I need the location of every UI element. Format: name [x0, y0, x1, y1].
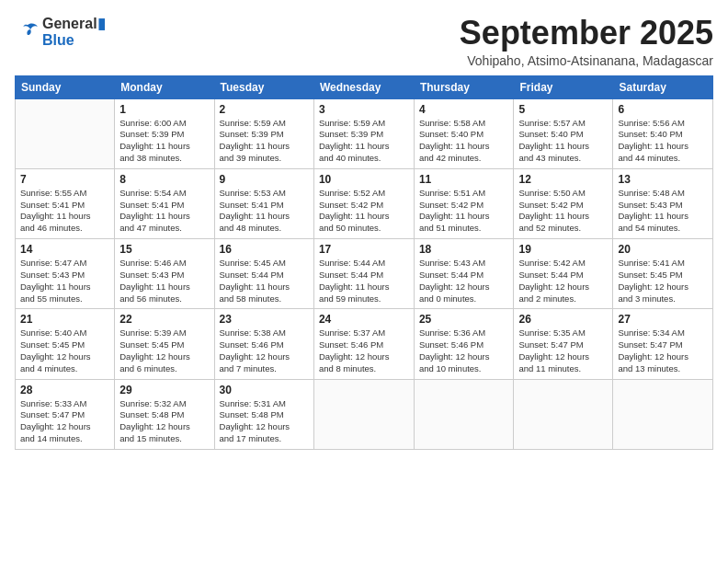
day-number: 29 — [119, 384, 209, 396]
day-info: Sunrise: 5:45 AM Sunset: 5:44 PM Dayligh… — [220, 258, 309, 304]
day-number: 10 — [319, 173, 409, 186]
calendar-header-thursday: Thursday — [414, 75, 514, 98]
day-number: 27 — [618, 313, 708, 326]
day-info: Sunrise: 5:56 AM Sunset: 5:40 PM Dayligh… — [618, 118, 708, 165]
calendar-cell: 17Sunrise: 5:44 AM Sunset: 5:44 PM Dayli… — [313, 239, 414, 309]
calendar-cell: 9Sunrise: 5:53 AM Sunset: 5:41 PM Daylig… — [214, 168, 313, 238]
calendar-header-friday: Friday — [514, 75, 613, 98]
calendar-header-monday: Monday — [115, 75, 214, 98]
day-number: 14 — [20, 243, 109, 256]
day-number: 30 — [220, 384, 309, 396]
day-info: Sunrise: 5:52 AM Sunset: 5:42 PM Dayligh… — [319, 188, 409, 235]
day-number: 1 — [119, 103, 209, 116]
day-number: 13 — [618, 173, 708, 186]
calendar-header-saturday: Saturday — [613, 75, 713, 98]
calendar-cell: 26Sunrise: 5:35 AM Sunset: 5:47 PM Dayli… — [514, 309, 613, 379]
day-info: Sunrise: 5:54 AM Sunset: 5:41 PM Dayligh… — [119, 188, 209, 235]
calendar-cell — [414, 379, 514, 449]
day-info: Sunrise: 5:51 AM Sunset: 5:42 PM Dayligh… — [419, 188, 509, 235]
day-number: 6 — [618, 103, 708, 116]
day-number: 7 — [20, 173, 109, 186]
calendar-week-row: 21Sunrise: 5:40 AM Sunset: 5:45 PM Dayli… — [16, 309, 713, 379]
calendar-cell: 25Sunrise: 5:36 AM Sunset: 5:46 PM Dayli… — [414, 309, 514, 379]
calendar-cell: 10Sunrise: 5:52 AM Sunset: 5:42 PM Dayli… — [313, 168, 414, 238]
day-info: Sunrise: 5:58 AM Sunset: 5:40 PM Dayligh… — [419, 118, 509, 165]
day-number: 19 — [518, 243, 608, 256]
calendar-cell: 4Sunrise: 5:58 AM Sunset: 5:40 PM Daylig… — [414, 98, 514, 168]
day-info: Sunrise: 5:34 AM Sunset: 5:47 PM Dayligh… — [618, 327, 708, 374]
calendar-cell: 8Sunrise: 5:54 AM Sunset: 5:41 PM Daylig… — [115, 168, 214, 238]
day-info: Sunrise: 5:43 AM Sunset: 5:44 PM Dayligh… — [419, 258, 509, 304]
day-number: 8 — [119, 173, 209, 186]
day-info: Sunrise: 5:44 AM Sunset: 5:44 PM Dayligh… — [319, 258, 409, 304]
calendar-cell: 11Sunrise: 5:51 AM Sunset: 5:42 PM Dayli… — [414, 168, 514, 238]
calendar-cell: 14Sunrise: 5:47 AM Sunset: 5:43 PM Dayli… — [16, 239, 115, 309]
day-info: Sunrise: 5:59 AM Sunset: 5:39 PM Dayligh… — [319, 118, 409, 165]
day-info: Sunrise: 5:46 AM Sunset: 5:43 PM Dayligh… — [119, 258, 209, 304]
day-info: Sunrise: 5:53 AM Sunset: 5:41 PM Dayligh… — [220, 188, 309, 235]
day-info: Sunrise: 5:57 AM Sunset: 5:40 PM Dayligh… — [518, 118, 608, 165]
day-number: 25 — [419, 313, 509, 326]
page-header: General▮ Blue September 2025 Vohipaho, A… — [15, 15, 713, 68]
subtitle: Vohipaho, Atsimo-Atsinanana, Madagascar — [460, 53, 713, 68]
day-number: 23 — [220, 313, 309, 326]
calendar-cell: 3Sunrise: 5:59 AM Sunset: 5:39 PM Daylig… — [313, 98, 414, 168]
calendar-cell: 12Sunrise: 5:50 AM Sunset: 5:42 PM Dayli… — [514, 168, 613, 238]
day-info: Sunrise: 5:36 AM Sunset: 5:46 PM Dayligh… — [419, 327, 509, 374]
calendar-cell — [313, 379, 414, 449]
day-number: 15 — [119, 243, 209, 256]
day-info: Sunrise: 5:50 AM Sunset: 5:42 PM Dayligh… — [518, 188, 608, 235]
calendar-cell: 27Sunrise: 5:34 AM Sunset: 5:47 PM Dayli… — [613, 309, 713, 379]
calendar-cell: 21Sunrise: 5:40 AM Sunset: 5:45 PM Dayli… — [16, 309, 115, 379]
logo: General▮ Blue — [15, 15, 106, 49]
day-number: 26 — [518, 313, 608, 326]
day-number: 20 — [618, 243, 708, 256]
calendar-cell — [613, 379, 713, 449]
day-info: Sunrise: 5:33 AM Sunset: 5:47 PM Dayligh… — [20, 398, 109, 445]
day-number: 3 — [319, 103, 409, 116]
day-info: Sunrise: 5:35 AM Sunset: 5:47 PM Dayligh… — [518, 327, 608, 374]
calendar-cell: 30Sunrise: 5:31 AM Sunset: 5:48 PM Dayli… — [214, 379, 313, 449]
day-info: Sunrise: 5:59 AM Sunset: 5:39 PM Dayligh… — [220, 118, 309, 165]
day-info: Sunrise: 5:31 AM Sunset: 5:48 PM Dayligh… — [220, 398, 309, 445]
day-number: 21 — [20, 313, 109, 326]
day-number: 4 — [419, 103, 509, 116]
calendar-cell: 7Sunrise: 5:55 AM Sunset: 5:41 PM Daylig… — [16, 168, 115, 238]
day-number: 5 — [518, 103, 608, 116]
calendar-cell: 18Sunrise: 5:43 AM Sunset: 5:44 PM Dayli… — [414, 239, 514, 309]
calendar-cell: 24Sunrise: 5:37 AM Sunset: 5:46 PM Dayli… — [313, 309, 414, 379]
calendar-week-row: 1Sunrise: 6:00 AM Sunset: 5:39 PM Daylig… — [16, 98, 713, 168]
logo-icon — [15, 19, 40, 45]
day-number: 11 — [419, 173, 509, 186]
calendar-cell: 1Sunrise: 6:00 AM Sunset: 5:39 PM Daylig… — [115, 98, 214, 168]
calendar-header-sunday: Sunday — [16, 75, 115, 98]
calendar-cell: 22Sunrise: 5:39 AM Sunset: 5:45 PM Dayli… — [115, 309, 214, 379]
calendar-week-row: 7Sunrise: 5:55 AM Sunset: 5:41 PM Daylig… — [16, 168, 713, 238]
logo-text: General▮ Blue — [42, 15, 106, 49]
calendar-header-wednesday: Wednesday — [313, 75, 414, 98]
month-title: September 2025 — [460, 15, 713, 52]
day-number: 22 — [119, 313, 209, 326]
calendar-cell: 28Sunrise: 5:33 AM Sunset: 5:47 PM Dayli… — [16, 379, 115, 449]
calendar-cell: 2Sunrise: 5:59 AM Sunset: 5:39 PM Daylig… — [214, 98, 313, 168]
day-number: 16 — [220, 243, 309, 256]
calendar-table: SundayMondayTuesdayWednesdayThursdayFrid… — [15, 75, 713, 450]
day-info: Sunrise: 5:40 AM Sunset: 5:45 PM Dayligh… — [20, 327, 109, 374]
day-info: Sunrise: 5:39 AM Sunset: 5:45 PM Dayligh… — [119, 327, 209, 374]
day-info: Sunrise: 5:55 AM Sunset: 5:41 PM Dayligh… — [20, 188, 109, 235]
day-info: Sunrise: 6:00 AM Sunset: 5:39 PM Dayligh… — [119, 118, 209, 165]
calendar-header-tuesday: Tuesday — [214, 75, 313, 98]
title-block: September 2025 Vohipaho, Atsimo-Atsinana… — [460, 15, 713, 68]
calendar-cell — [16, 98, 115, 168]
calendar-cell — [514, 379, 613, 449]
day-info: Sunrise: 5:37 AM Sunset: 5:46 PM Dayligh… — [319, 327, 409, 374]
calendar-header-row: SundayMondayTuesdayWednesdayThursdayFrid… — [16, 75, 713, 98]
calendar-cell: 5Sunrise: 5:57 AM Sunset: 5:40 PM Daylig… — [514, 98, 613, 168]
calendar-cell: 29Sunrise: 5:32 AM Sunset: 5:48 PM Dayli… — [115, 379, 214, 449]
day-info: Sunrise: 5:41 AM Sunset: 5:45 PM Dayligh… — [618, 258, 708, 304]
calendar-cell: 23Sunrise: 5:38 AM Sunset: 5:46 PM Dayli… — [214, 309, 313, 379]
calendar-cell: 13Sunrise: 5:48 AM Sunset: 5:43 PM Dayli… — [613, 168, 713, 238]
day-info: Sunrise: 5:47 AM Sunset: 5:43 PM Dayligh… — [20, 258, 109, 304]
calendar-cell: 6Sunrise: 5:56 AM Sunset: 5:40 PM Daylig… — [613, 98, 713, 168]
day-info: Sunrise: 5:38 AM Sunset: 5:46 PM Dayligh… — [220, 327, 309, 374]
